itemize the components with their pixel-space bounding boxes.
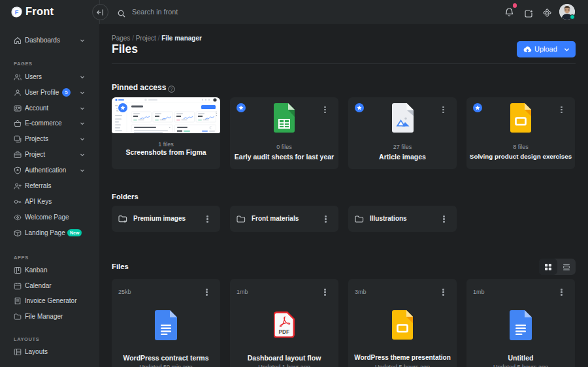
svg-text:?: ?	[171, 87, 173, 91]
svg-text:PDF: PDF	[279, 329, 289, 335]
svg-text:F: F	[15, 9, 19, 16]
